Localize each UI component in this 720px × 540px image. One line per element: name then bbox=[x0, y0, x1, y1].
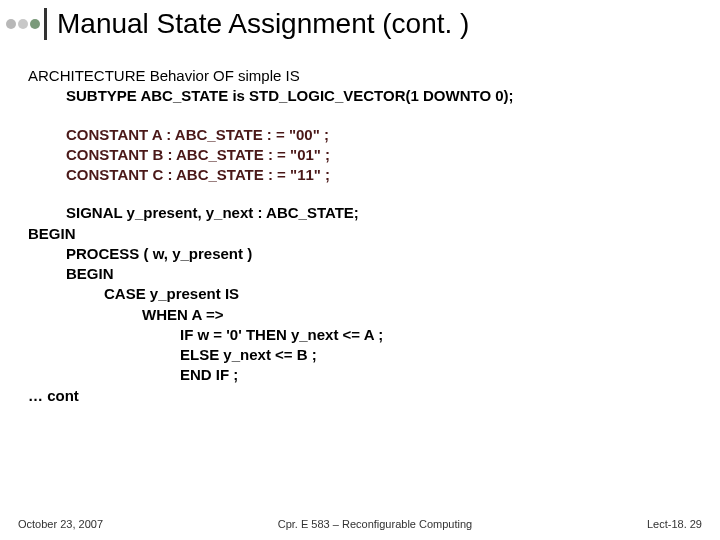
footer-date: October 23, 2007 bbox=[18, 518, 103, 530]
slide-header: Manual State Assignment (cont. ) bbox=[0, 0, 720, 48]
code-line: WHEN A => bbox=[28, 305, 700, 325]
dot-icon bbox=[30, 19, 40, 29]
code-line: BEGIN bbox=[28, 264, 700, 284]
slide-footer: October 23, 2007 Cpr. E 583 – Reconfigur… bbox=[18, 518, 702, 530]
footer-page: Lect-18. 29 bbox=[647, 518, 702, 530]
code-line: ARCHITECTURE Behavior OF simple IS bbox=[28, 66, 700, 86]
footer-course: Cpr. E 583 – Reconfigurable Computing bbox=[278, 518, 472, 530]
code-line: CASE y_present IS bbox=[28, 284, 700, 304]
code-line: CONSTANT A : ABC_STATE : = "00" ; bbox=[28, 125, 700, 145]
dot-icon bbox=[6, 19, 16, 29]
decoration-dots bbox=[6, 19, 40, 29]
code-line: ELSE y_next <= B ; bbox=[28, 345, 700, 365]
code-line: PROCESS ( w, y_present ) bbox=[28, 244, 700, 264]
code-line: SIGNAL y_present, y_next : ABC_STATE; bbox=[28, 203, 700, 223]
dot-icon bbox=[18, 19, 28, 29]
code-line: CONSTANT B : ABC_STATE : = "01" ; bbox=[28, 145, 700, 165]
code-cont: … cont bbox=[28, 386, 700, 406]
title-bar: Manual State Assignment (cont. ) bbox=[44, 8, 469, 40]
slide-title: Manual State Assignment (cont. ) bbox=[57, 8, 469, 39]
code-line: SUBTYPE ABC_STATE is STD_LOGIC_VECTOR(1 … bbox=[28, 86, 700, 106]
slide-content: ARCHITECTURE Behavior OF simple IS SUBTY… bbox=[0, 48, 720, 406]
code-line: IF w = '0' THEN y_next <= A ; bbox=[28, 325, 700, 345]
code-line: BEGIN bbox=[28, 224, 700, 244]
code-line: END IF ; bbox=[28, 365, 700, 385]
code-line: CONSTANT C : ABC_STATE : = "11" ; bbox=[28, 165, 700, 185]
